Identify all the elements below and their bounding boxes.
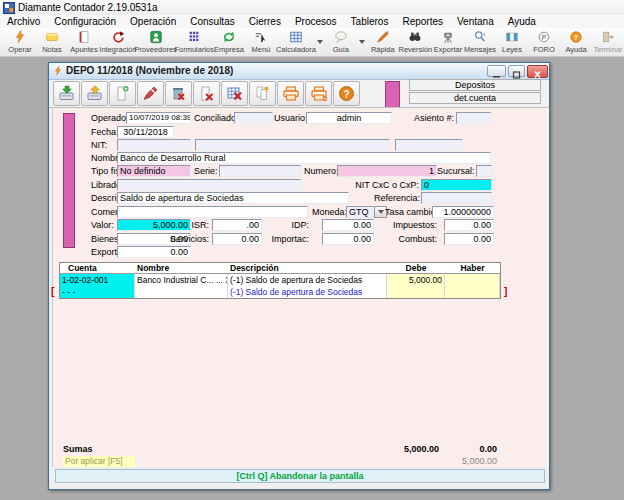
calculadora-dropdown-arrow-icon[interactable] — [317, 40, 323, 44]
table-row-1-debe[interactable]: 5,000.00 — [387, 274, 445, 286]
window-statusbar: [Ctrl Q] Abandonar la pantalla — [55, 469, 545, 483]
sucursal-field[interactable] — [476, 165, 492, 177]
guia-dropdown-arrow-icon[interactable] — [359, 40, 365, 44]
moneda-select[interactable]: GTQ — [346, 206, 374, 218]
menu-tableros[interactable]: Tableros — [344, 15, 396, 28]
minimize-button[interactable] — [487, 65, 506, 77]
menu-ventana[interactable]: Ventana — [450, 15, 501, 28]
toolbar-ayuda-button[interactable]: ? Ayuda — [560, 29, 592, 56]
toolbar-operar-button[interactable]: Operar — [4, 29, 36, 56]
svg-text:2: 2 — [324, 96, 328, 102]
toolbar-rapida-button[interactable]: Rápida — [367, 29, 399, 56]
menu-procesos[interactable]: Procesos — [288, 15, 344, 28]
table-row-2-nombre[interactable] — [135, 286, 228, 298]
menu-ayuda[interactable]: Ayuda — [501, 15, 543, 28]
toolbar-menu-button[interactable]: Menú — [245, 29, 277, 56]
col-header-descripcion[interactable]: Descripción — [228, 263, 387, 274]
librado-field[interactable] — [117, 179, 301, 191]
print-button[interactable] — [277, 81, 304, 106]
copy-button[interactable] — [249, 81, 276, 106]
numero-field[interactable]: 1 — [337, 165, 437, 177]
nit-field-2[interactable] — [195, 139, 390, 151]
toolbar-notas-button[interactable]: Notas — [36, 29, 68, 56]
menu-operacion[interactable]: Operación — [123, 15, 183, 28]
col-header-haber[interactable]: Haber — [445, 263, 500, 274]
toolbar-apuntes-button[interactable]: Apuntes — [68, 29, 100, 56]
toolbar-proveedores-button[interactable]: Proveedores — [136, 29, 176, 56]
integration-icon — [110, 30, 126, 44]
delete-grid-button[interactable] — [221, 81, 248, 106]
menu-cierres[interactable]: Cierres — [242, 15, 288, 28]
referencia-field[interactable] — [421, 192, 492, 204]
idp-field[interactable]: 0.00 — [322, 219, 374, 231]
toolbar-leyes-button[interactable]: Leyes — [496, 29, 528, 56]
document-titlebar[interactable]: DEPO 11/2018 (Noviembre de 2018) — [49, 63, 549, 80]
menu-consultas[interactable]: Consultas — [183, 15, 241, 28]
toolbar-terminar-button[interactable]: Terminar — [592, 29, 624, 56]
descripcion-field[interactable]: Saldo de apertura de Sociedas — [117, 192, 349, 204]
table-row-1-nombre[interactable]: Banco Industrial C... ... X — [135, 274, 228, 286]
table-row-2-haber[interactable] — [445, 286, 500, 298]
toolbar-leyes-label: Leyes — [502, 45, 522, 54]
restore-data-button[interactable] — [81, 81, 108, 106]
toolbar-integracion-button[interactable]: Integración — [100, 29, 136, 56]
toolbar-mensajes-button[interactable]: 1 Mensajes — [464, 29, 496, 56]
table-row-1-haber[interactable] — [445, 274, 500, 286]
nit-cxc-field[interactable]: 0 — [421, 179, 492, 191]
toolbar-guia-button[interactable]: Guía — [325, 29, 357, 56]
nit-field-3[interactable] — [395, 139, 463, 151]
table-row-2-descripcion[interactable]: (-1) Saldo de apertura de Sociedas — [228, 286, 387, 298]
comentario-field[interactable] — [117, 206, 308, 218]
col-header-cuenta[interactable]: Cuenta — [60, 263, 135, 274]
por-aplicar-label[interactable]: Por aplicar [F5] — [63, 456, 135, 467]
restore-button[interactable] — [508, 65, 525, 77]
toolbar-foro-button[interactable]: P FORO — [528, 29, 560, 56]
nombre-field[interactable]: Banco de Desarrollo Rural — [117, 152, 491, 164]
tasa-cambio-field[interactable]: 1.00000000 — [432, 206, 494, 218]
menu-configuracion[interactable]: Configuración — [47, 15, 123, 28]
menu-reportes[interactable]: Reportes — [395, 15, 450, 28]
conciliado-label: Conciliado: — [194, 112, 232, 124]
conciliado-field[interactable] — [234, 112, 273, 124]
table-row-1-descripcion[interactable]: (-1) Saldo de apertura de Sociedas — [228, 274, 387, 286]
save-disk-icon — [58, 85, 75, 102]
menu-archivo[interactable]: Archivo — [0, 15, 47, 28]
save-button[interactable] — [53, 81, 80, 106]
servicios-field[interactable]: 0.00 — [212, 233, 262, 245]
serie-field[interactable] — [219, 165, 301, 177]
new-record-button[interactable] — [109, 81, 136, 106]
close-button[interactable] — [527, 65, 548, 78]
usuario-field[interactable]: admin — [306, 112, 392, 124]
print-2-button[interactable]: 2 — [305, 81, 332, 106]
tipo-fiscal-field[interactable]: No definido — [117, 165, 191, 177]
table-row-1-cuenta[interactable]: 1-02-02-001 — [60, 274, 135, 286]
nit-field-1[interactable] — [117, 139, 191, 151]
isr-field[interactable]: .00 — [212, 219, 262, 231]
exportac-field[interactable]: 0.00 — [117, 246, 191, 258]
calculator-grid-icon — [288, 30, 304, 44]
asiento-field[interactable] — [456, 112, 491, 124]
idp-label: IDP: — [279, 219, 309, 231]
help-button[interactable]: ? — [333, 81, 360, 106]
combust-field[interactable]: 0.00 — [444, 233, 494, 245]
toolbar-calculadora-button[interactable]: Calculadora — [277, 29, 315, 56]
col-header-debe[interactable]: Debe — [387, 263, 445, 274]
app-title: Diamante Contador 2.19.0531a — [18, 2, 158, 13]
toolbar-exportar-button[interactable]: Exportar — [432, 29, 464, 56]
toolbar-empresa-button[interactable]: Empresa — [213, 29, 245, 56]
col-header-nombre[interactable]: Nombre — [135, 263, 228, 274]
delete-document-button[interactable] — [193, 81, 220, 106]
cursor-menu-icon — [253, 30, 269, 44]
fecha-field[interactable]: 30/11/2018 — [117, 126, 174, 138]
toolbar-formularios-button[interactable]: Formularios — [175, 29, 213, 56]
edit-button[interactable] — [137, 81, 164, 106]
toolbar-reversion-button[interactable]: Reversión — [399, 29, 432, 56]
impuestos-field[interactable]: 0.00 — [444, 219, 494, 231]
table-row-2-cuenta[interactable]: - - - — [60, 286, 135, 298]
importac-field[interactable]: 0.00 — [322, 233, 374, 245]
table-row-2-debe[interactable] — [387, 286, 445, 298]
toolbar-notas-label: Notas — [42, 45, 62, 54]
operado-field[interactable]: 10/07/2019 08:39 — [126, 112, 191, 124]
delete-button[interactable] — [165, 81, 192, 106]
svg-text:1: 1 — [483, 32, 486, 37]
